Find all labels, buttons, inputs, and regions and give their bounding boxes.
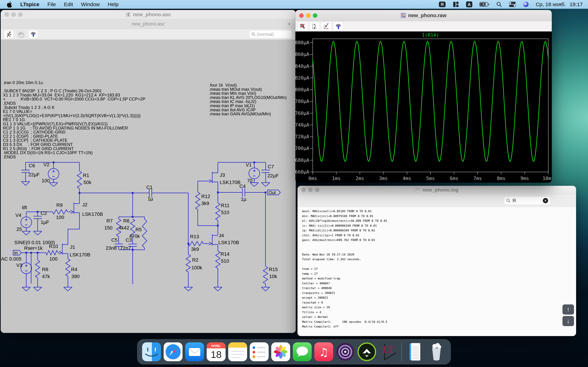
menu-edit[interactable]: Edit xyxy=(64,1,73,7)
schematic-search-field[interactable]: (normal) xyxy=(249,30,292,38)
schematic-label: R13 xyxy=(190,234,199,239)
x-axis-tick-label: 2ms xyxy=(356,176,364,181)
schematic-label: R12 xyxy=(201,194,210,199)
y-axis-tick-label: 780µA xyxy=(295,99,309,104)
dock-safari-icon[interactable] xyxy=(164,342,182,361)
apple-menu-icon[interactable] xyxy=(6,1,12,8)
y-axis-tick-label: 880µA xyxy=(295,40,309,45)
minimize-button[interactable] xyxy=(11,12,16,17)
y-axis-tick-label: 760µA xyxy=(295,110,309,116)
zoom-back-button[interactable] xyxy=(322,22,331,31)
schematic-label: 23n8 xyxy=(106,245,117,251)
schematic-label: R11 xyxy=(221,203,229,208)
running-indicator-dot xyxy=(194,362,196,364)
log-line xyxy=(302,262,576,267)
svg-text:18: 18 xyxy=(211,349,222,360)
svg-text:НОЯБ.: НОЯБ. xyxy=(211,344,221,348)
tiling-icon[interactable] xyxy=(453,1,459,8)
tab-bar: new_phono.asc + xyxy=(1,19,296,29)
tools-hammer-button[interactable] xyxy=(29,30,38,38)
schematic-label: 100 xyxy=(49,256,58,262)
menu-bar: LTspice File Edit Window Help ⌘ A Ср, 18… xyxy=(0,0,588,9)
control-panel-hammer-button[interactable] xyxy=(334,22,343,31)
schematic-label: LSK170B xyxy=(220,180,241,185)
dock: НОЯБ.18♫LT xyxy=(137,339,451,364)
autorange-y-axis-button[interactable] xyxy=(310,22,319,31)
circuit-schematic[interactable]: InOutC622µFV2100R150kJ2LSK170BR9100C21µF… xyxy=(1,40,296,333)
window-title: new_phono.raw xyxy=(408,13,446,18)
clear-search-icon[interactable]: ✕ xyxy=(543,198,548,203)
scroll-down-button[interactable]: ↓ xyxy=(562,316,574,326)
schematic-label: R1 xyxy=(83,173,89,178)
schematic-toolbar: (normal) xyxy=(1,29,296,40)
menu-file[interactable]: File xyxy=(47,1,56,7)
new-tab-button[interactable]: + xyxy=(287,21,291,27)
schematic-label: 100 xyxy=(56,215,64,220)
log-line: method = modified trap xyxy=(302,276,576,281)
schematic-label: 100 xyxy=(42,178,50,183)
menu-bar-clock[interactable]: Ср, 18 нояб. 19:17 xyxy=(536,1,583,7)
schematic-canvas[interactable]: .tran 0 20m 10m 0.1u .SUBCKT 6N23P 1 2 3… xyxy=(1,40,296,333)
log-search-field[interactable]: Я ✕ xyxy=(504,197,550,205)
zoom-full-extents-button[interactable] xyxy=(298,22,307,31)
spotlight-icon[interactable] xyxy=(496,1,502,8)
dock-finder-icon[interactable] xyxy=(142,342,161,361)
battery-charging-icon[interactable] xyxy=(479,1,490,8)
control-center-icon[interactable] xyxy=(509,1,516,8)
schematic-label: V3 xyxy=(16,262,22,268)
scroll-up-button[interactable]: ↑ xyxy=(562,304,574,315)
y-axis-tick-label: 860µA xyxy=(295,51,309,57)
keyboard-layout-icon[interactable]: A xyxy=(466,1,473,8)
dock-trash-icon[interactable] xyxy=(427,342,446,361)
menu-window[interactable]: Window xyxy=(81,1,100,7)
dock-tor-icon[interactable] xyxy=(336,342,355,361)
zoom-button[interactable] xyxy=(313,13,317,18)
window-title: new_phono.asc xyxy=(133,12,171,17)
zoom-button[interactable] xyxy=(315,188,319,192)
command-icon[interactable]: ⌘ xyxy=(438,1,446,8)
dock-ltspice-icon[interactable]: LT xyxy=(379,342,398,361)
dock-inkscape-icon[interactable] xyxy=(357,342,376,361)
schematic-label: 150 xyxy=(104,225,112,231)
dock-messages-icon[interactable] xyxy=(293,342,312,361)
menu-ltspice[interactable]: LTspice xyxy=(20,1,39,7)
tab-new-phono-asc[interactable]: new_phono.asc xyxy=(132,21,165,27)
dock-photos-icon[interactable] xyxy=(271,342,290,361)
log-titlebar: new_phono.log xyxy=(297,186,576,194)
dock-calendar-icon[interactable]: НОЯБ.18 xyxy=(207,342,225,361)
search-icon xyxy=(251,32,256,36)
schematic-label: R9 xyxy=(56,202,63,208)
close-button[interactable] xyxy=(301,188,306,192)
menu-help[interactable]: Help xyxy=(108,1,119,7)
close-button[interactable] xyxy=(5,12,9,17)
dock-reminders-icon[interactable] xyxy=(250,342,269,361)
minimize-button[interactable] xyxy=(306,13,311,18)
dock-notes-icon[interactable] xyxy=(228,342,247,361)
siri-icon[interactable] xyxy=(523,1,529,8)
dock-music-icon[interactable]: ♫ xyxy=(314,342,333,361)
svg-text:♫: ♫ xyxy=(319,346,329,359)
schematic-label: C3 xyxy=(126,237,132,243)
log-line: totiter = 400047 xyxy=(302,281,576,286)
schematic-label: LSK170B xyxy=(70,252,90,258)
log-line: Date: Wed Nov 18 19:17:14 2020 xyxy=(302,252,576,257)
schematic-label: 510 xyxy=(221,210,229,215)
minimize-button[interactable] xyxy=(308,188,312,192)
dock-textedit-icon[interactable] xyxy=(406,342,424,361)
log-line: solver = Normal xyxy=(302,315,576,319)
log-line: tranpoints = 200021 xyxy=(302,291,576,296)
schematic-file-icon xyxy=(125,12,131,17)
log-line: accept = 200021 xyxy=(302,295,576,300)
dock-mail-icon[interactable] xyxy=(185,342,204,361)
schematic-label: 70 xyxy=(247,178,252,183)
log-line: Total elapsed time: 2.343 seconds. xyxy=(302,257,576,262)
zoom-button[interactable] xyxy=(18,12,23,17)
log-line: temp = 27 xyxy=(302,271,576,276)
schematic-label: SINE(0 0.01 1000) xyxy=(14,240,55,245)
close-button[interactable] xyxy=(299,13,304,18)
waveform-plot[interactable]: I(R14)880µA860µA840µA820µA800µA780µA760µ… xyxy=(295,32,552,183)
search-value: Я xyxy=(512,198,541,203)
pan-hand-button[interactable] xyxy=(17,30,26,38)
y-axis-tick-label: 680µA xyxy=(295,158,309,163)
run-button[interactable] xyxy=(4,30,13,38)
